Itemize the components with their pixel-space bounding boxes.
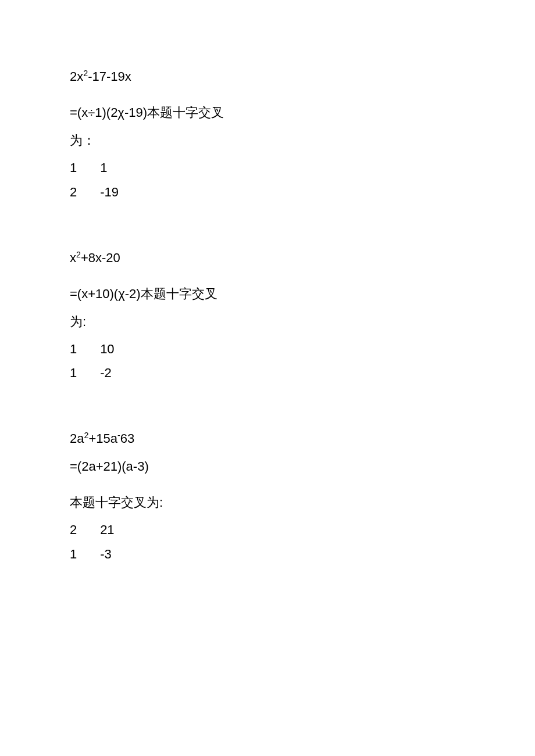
result-tail: 为: [70,309,465,335]
problem-block: x2+8x-20 =(x+10)(χ-2)本题十字交叉 为: 1 10 1 -2 [70,245,465,386]
grid-cell: 1 [70,542,97,567]
cross-grid-row: 2 -19 [70,180,465,205]
cross-grid-row: 1 -3 [70,542,465,567]
expr-sup: 2 [76,249,81,259]
grid-cell: -2 [100,361,112,385]
result-line: =(2a+21)(a-3) [70,454,465,479]
spacer [70,273,465,281]
grid-cell: 1 [70,156,97,180]
expr-sup: 2 [83,69,88,78]
cross-grid-row: 1 10 [70,337,465,361]
grid-cell: -19 [100,180,119,205]
expr-pre: 2a [70,431,84,446]
spacer [70,482,465,490]
cross-grid-row: 1 1 [70,156,465,180]
expr-post: +8x-20 [81,250,120,265]
result-tail: 为： [70,128,465,153]
grid-cell: 21 [100,518,114,542]
problem-block: 2a2+15a-63 =(2a+21)(a-3) 本题十字交叉为: 2 21 1… [70,426,465,567]
expr-post: 63 [120,431,134,446]
grid-cell: 1 [100,156,107,180]
expression-line: 2a2+15a-63 [70,426,465,452]
expr-mid: +15a [88,431,117,446]
result-tail: 本题十字交叉为: [70,490,465,515]
expression-line: x2+8x-20 [70,245,465,271]
problem-block: 2x2-17-19x =(x÷1)(2χ-19)本题十字交叉 为： 1 1 2 … [70,64,465,205]
grid-cell: -3 [100,542,112,567]
expr-pre: 2x [70,69,83,84]
spacer [70,92,465,100]
grid-cell: 1 [70,361,97,385]
cross-grid-row: 1 -2 [70,361,465,385]
result-line: =(x+10)(χ-2)本题十字交叉 [70,281,465,307]
grid-cell: 10 [100,337,114,361]
document-page: 2x2-17-19x =(x÷1)(2χ-19)本题十字交叉 为： 1 1 2 … [0,0,535,567]
result-line: =(x÷1)(2χ-19)本题十字交叉 [70,100,465,126]
grid-cell: 2 [70,518,97,542]
grid-cell: 2 [70,180,97,205]
cross-grid-row: 2 21 [70,518,465,542]
grid-cell: 1 [70,337,97,361]
expr-post: -17-19x [88,69,131,84]
expr-pre: x [70,250,76,265]
expression-line: 2x2-17-19x [70,64,465,89]
